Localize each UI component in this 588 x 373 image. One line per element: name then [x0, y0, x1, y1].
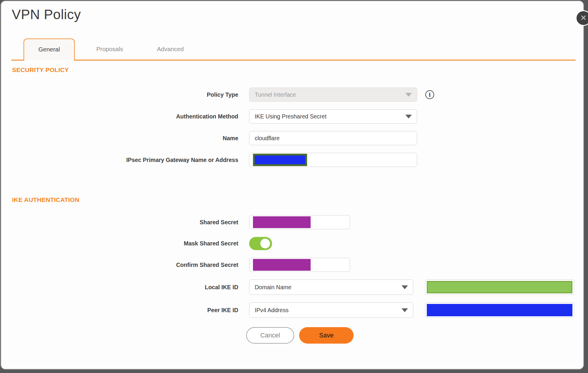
policy-type-row: Policy Type Tunnel Interface i — [1, 88, 583, 102]
authentication-method-value: IKE Using Preshared Secret — [255, 113, 327, 120]
confirm-shared-secret-redaction-block — [253, 259, 311, 271]
mask-shared-secret-label: Mask Shared Secret — [1, 240, 238, 247]
page-title: VPN Policy — [12, 6, 583, 22]
cancel-button[interactable]: Cancel — [246, 327, 294, 344]
gateway-redaction-block — [253, 154, 307, 166]
local-ike-id-redaction-block — [427, 281, 572, 293]
shared-secret-input[interactable] — [249, 215, 350, 229]
chevron-down-icon — [402, 308, 408, 312]
tab-proposals[interactable]: Proposals — [84, 39, 135, 60]
shared-secret-redaction-block — [253, 216, 311, 228]
close-icon[interactable]: ✕ — [576, 10, 588, 26]
local-ike-id-input[interactable] — [425, 280, 574, 295]
confirm-shared-secret-row: Confirm Shared Secret — [1, 258, 583, 272]
gateway-label: IPsec Primary Gateway Name or Address — [1, 157, 238, 163]
peer-ike-id-select[interactable]: IPv4 Address — [249, 302, 413, 318]
authentication-method-row: Authentication Method IKE Using Preshare… — [1, 109, 583, 123]
tab-advanced[interactable]: Advanced — [145, 39, 196, 60]
peer-ike-id-input[interactable] — [425, 302, 574, 318]
local-ike-id-type-value: Domain Name — [255, 284, 291, 291]
peer-ike-id-label: Peer IKE ID — [1, 307, 238, 314]
name-row: Name — [1, 131, 583, 145]
mask-shared-secret-toggle[interactable] — [249, 237, 272, 250]
policy-type-value: Tunnel Interface — [255, 91, 296, 98]
name-label: Name — [1, 135, 238, 142]
save-button[interactable]: Save — [299, 327, 354, 344]
name-input[interactable] — [249, 131, 417, 145]
chevron-down-icon — [402, 285, 408, 289]
mask-shared-secret-row: Mask Shared Secret — [1, 237, 583, 250]
ike-authentication-heading: IKE AUTHENTICATION — [12, 196, 583, 203]
vpn-policy-dialog: ✕ VPN Policy General Proposals Advanced … — [1, 1, 584, 369]
toggle-knob — [259, 238, 271, 249]
peer-ike-id-type-value: IPv4 Address — [255, 307, 289, 314]
local-ike-id-label: Local IKE ID — [1, 284, 238, 291]
gateway-row: IPsec Primary Gateway Name or Address — [1, 153, 583, 167]
security-policy-section: Policy Type Tunnel Interface i Authentic… — [1, 88, 583, 167]
ike-authentication-section: Shared Secret Mask Shared Secret Confirm… — [1, 215, 583, 318]
shared-secret-row: Shared Secret — [1, 215, 583, 229]
gateway-input[interactable] — [249, 153, 417, 167]
peer-ike-id-row: Peer IKE ID IPv4 Address — [1, 302, 583, 318]
local-ike-id-select[interactable]: Domain Name — [249, 280, 413, 295]
action-buttons: Cancel Save — [246, 327, 583, 344]
local-ike-id-row: Local IKE ID Domain Name — [1, 280, 583, 295]
shared-secret-label: Shared Secret — [1, 219, 238, 226]
chevron-down-icon — [405, 93, 412, 97]
authentication-method-select[interactable]: IKE Using Preshared Secret — [249, 109, 417, 123]
peer-ike-id-redaction-block — [427, 304, 572, 316]
confirm-shared-secret-label: Confirm Shared Secret — [1, 262, 238, 268]
authentication-method-label: Authentication Method — [1, 113, 238, 120]
info-icon[interactable]: i — [425, 90, 434, 99]
policy-type-label: Policy Type — [1, 91, 238, 98]
tab-general[interactable]: General — [24, 39, 75, 60]
tab-bar: General Proposals Advanced — [11, 39, 576, 61]
policy-type-select: Tunnel Interface — [249, 88, 417, 102]
confirm-shared-secret-input[interactable] — [249, 258, 350, 272]
security-policy-heading: SECURITY POLICY — [12, 66, 583, 73]
chevron-down-icon — [405, 115, 412, 118]
